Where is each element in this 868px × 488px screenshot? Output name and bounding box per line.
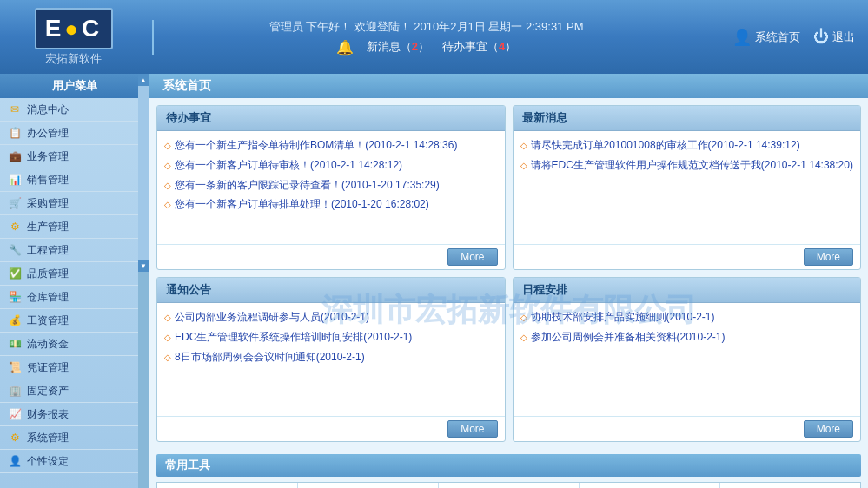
office-icon: 📋: [7, 125, 23, 141]
panel-schedule-title: 日程安排: [514, 278, 861, 303]
panel-notice-title: 通知公告: [157, 278, 505, 303]
panel-news-title: 最新消息: [514, 106, 861, 131]
pending-end: ）: [505, 40, 516, 53]
sidebar-item-cashflow[interactable]: 💵 流动资金: [0, 333, 149, 356]
sidebar-item-sales[interactable]: 📊 销售管理: [0, 168, 149, 192]
logo-eoc: E●C: [45, 15, 103, 43]
diamond-icon: ◇: [520, 140, 527, 152]
sidebar-item-voucher[interactable]: 📜 凭证管理: [0, 356, 149, 379]
notice-item-1[interactable]: 公司内部业务流程调研参与人员(2010-2-1): [175, 310, 369, 325]
logout-label: 退出: [832, 30, 855, 45]
tool-worldtime[interactable]: 世界时间: [439, 483, 580, 488]
purchase-icon: 🛒: [7, 195, 23, 211]
panel-notice-body: ◇ 公司内部业务流程调研参与人员(2010-2-1) ◇ EDC生产管理软件系统…: [157, 303, 505, 416]
tool-mobile[interactable]: 手机网络: [298, 483, 439, 488]
sidebar-scrollbar[interactable]: ▲ ▼: [138, 74, 149, 488]
sidebar-item-business[interactable]: 💼 业务管理: [0, 145, 149, 168]
notice-item-2[interactable]: EDC生产管理软件系统操作培训时间安排(2010-2-1): [175, 330, 412, 345]
schedule-item-1[interactable]: 协助技术部安排产品实施细则(2010-2-1): [531, 310, 715, 325]
notice-item-3[interactable]: 8日市场部周例会会议时间通知(2010-2-1): [175, 350, 365, 365]
notice-more-button[interactable]: More: [447, 420, 497, 438]
scroll-up-button[interactable]: ▲: [138, 74, 149, 86]
tool-market[interactable]: ★market.salestw.com: [720, 483, 860, 488]
sidebar-item-quality[interactable]: ✅ 品质管理: [0, 262, 149, 286]
new-msg-text: 新消息（: [367, 40, 412, 53]
sidebar-label-purchase: 采购管理: [27, 196, 69, 211]
panel-schedule-body: ◇ 协助技术部安排产品实施细则(2010-2-1) ◇ 参加公司周例会并准备相关…: [514, 303, 861, 416]
list-item: ◇ 您有一个新生产指令单待制作BOM清单！(2010-2-1 14:28:36): [164, 138, 498, 153]
panel-pending: 待办事宜 ◇ 您有一个新生产指令单待制作BOM清单！(2010-2-1 14:2…: [156, 105, 506, 270]
list-item: ◇ EDC生产管理软件系统操作培训时间安排(2010-2-1): [164, 330, 498, 345]
engineering-icon: 🔧: [7, 242, 23, 258]
scroll-down-button[interactable]: ▼: [138, 260, 149, 272]
sidebar-label-voucher: 凭证管理: [27, 360, 69, 375]
sidebar-label-office: 办公管理: [27, 126, 69, 141]
list-item: ◇ 公司内部业务流程调研参与人员(2010-2-1): [164, 310, 498, 325]
content-grid: 待办事宜 ◇ 您有一个新生产指令单待制作BOM清单！(2010-2-1 14:2…: [149, 98, 868, 449]
sidebar-label-business: 业务管理: [27, 149, 69, 164]
pending-item-3[interactable]: 您有一条新的客户限踪记录待查看！(2010-1-20 17:35:29): [175, 178, 440, 193]
personal-icon: 👤: [7, 453, 23, 469]
new-msg-count[interactable]: 2: [412, 40, 418, 53]
panel-pending-title: 待办事宜: [157, 106, 505, 131]
pending-text: 待办事宜（: [442, 40, 499, 53]
sidebar-label-warehouse: 仓库管理: [27, 290, 69, 305]
news-item-2[interactable]: 请将EDC生产管理软件用户操作规范文档传送于我(2010-2-1 14:38:2…: [531, 158, 853, 173]
sysadmin-icon: ⚙: [7, 430, 23, 445]
home-button[interactable]: 👤 系统首页: [732, 28, 800, 47]
sidebar-label-engineering: 工程管理: [27, 243, 69, 258]
diamond-icon: ◇: [520, 332, 527, 344]
sidebar-item-finance[interactable]: 📈 财务报表: [0, 403, 149, 426]
schedule-more-button[interactable]: More: [804, 420, 853, 438]
sidebar-item-warehouse[interactable]: 🏪 仓库管理: [0, 286, 149, 309]
list-item: ◇ 您有一条新的客户限踪记录待查看！(2010-1-20 17:35:29): [164, 178, 498, 193]
panel-notice-footer: More: [157, 416, 505, 441]
diamond-icon: ◇: [164, 332, 171, 344]
sidebar-item-production[interactable]: ⚙ 生产管理: [0, 215, 149, 239]
sidebar-label-assets: 固定资产: [27, 384, 69, 399]
diamond-icon: ◇: [164, 140, 171, 152]
news-more-button[interactable]: More: [804, 248, 853, 266]
news-item-1[interactable]: 请尽快完成订单201001008的审核工作(2010-2-1 14:39:12): [531, 138, 800, 153]
schedule-item-2[interactable]: 参加公司周例会并准备相关资料(2010-2-1): [531, 330, 726, 345]
logo-dot: ●: [64, 16, 82, 42]
sidebar-item-salary[interactable]: 💰 工资管理: [0, 309, 149, 333]
sidebar-item-purchase[interactable]: 🛒 采购管理: [0, 192, 149, 215]
pending-more-button[interactable]: More: [447, 248, 497, 266]
sidebar-item-engineering[interactable]: 🔧 工程管理: [0, 239, 149, 262]
list-item: ◇ 请将EDC生产管理软件用户操作规范文档传送于我(2010-2-1 14:38…: [520, 158, 854, 173]
sidebar-label-quality: 品质管理: [27, 267, 69, 281]
diamond-icon: ◇: [164, 312, 171, 324]
panel-notice: 通知公告 ◇ 公司内部业务流程调研参与人员(2010-2-1) ◇ EDC生产管…: [156, 277, 506, 442]
home-label: 系统首页: [755, 30, 800, 45]
pending-item-2[interactable]: 您有一个新客户订单待审核！(2010-2-1 14:28:12): [175, 158, 402, 173]
tools-grid: 万年日历 手机网络 世界时间 德政编码 ★market.salestw.com: [156, 482, 861, 488]
pending-item-1[interactable]: 您有一个新生产指令单待制作BOM清单！(2010-2-1 14:28:36): [175, 138, 457, 153]
header-greeting: 管理员 下午好！ 欢迎登陆！ 2010年2月1日 星期一 2:39:31 PM: [269, 19, 584, 35]
list-item: ◇ 协助技术部安排产品实施细则(2010-2-1): [520, 310, 854, 325]
voucher-icon: 📜: [7, 359, 23, 375]
new-msg-label: 新消息（2）: [367, 39, 429, 55]
sidebar-item-personal[interactable]: 👤 个性设定: [0, 450, 149, 473]
sales-icon: 📊: [7, 172, 23, 188]
sidebar-item-office[interactable]: 📋 办公管理: [0, 122, 149, 145]
tool-calendar[interactable]: 万年日历: [157, 483, 298, 488]
logo-c: C: [82, 15, 103, 42]
sidebar-label-cashflow: 流动资金: [27, 337, 69, 352]
list-item: ◇ 请尽快完成订单201001008的审核工作(2010-2-1 14:39:1…: [520, 138, 854, 153]
sidebar-item-message[interactable]: ✉ 消息中心: [0, 98, 149, 122]
list-item: ◇ 8日市场部周例会会议时间通知(2010-2-1): [164, 350, 498, 365]
sidebar-label-finance: 财务报表: [27, 407, 69, 422]
content-title: 系统首页: [149, 74, 868, 98]
finance-icon: 📈: [7, 406, 23, 422]
sidebar-item-sysadmin[interactable]: ⚙ 系统管理: [0, 426, 149, 450]
list-item: ◇ 参加公司周例会并准备相关资料(2010-2-1): [520, 330, 854, 345]
sidebar-item-assets[interactable]: 🏢 固定资产: [0, 379, 149, 403]
diamond-icon: ◇: [164, 199, 171, 211]
pending-item-4[interactable]: 您有一个新客户订单待排单处理！(2010-1-20 16:28:02): [175, 197, 429, 212]
sidebar-label-message: 消息中心: [27, 102, 69, 117]
tool-encode[interactable]: 德政编码: [580, 483, 720, 488]
diamond-icon: ◇: [164, 352, 171, 364]
logout-button[interactable]: ⏻ 退出: [813, 28, 855, 46]
header-center: 管理员 下午好！ 欢迎登陆！ 2010年2月1日 星期一 2:39:31 PM …: [158, 19, 694, 56]
